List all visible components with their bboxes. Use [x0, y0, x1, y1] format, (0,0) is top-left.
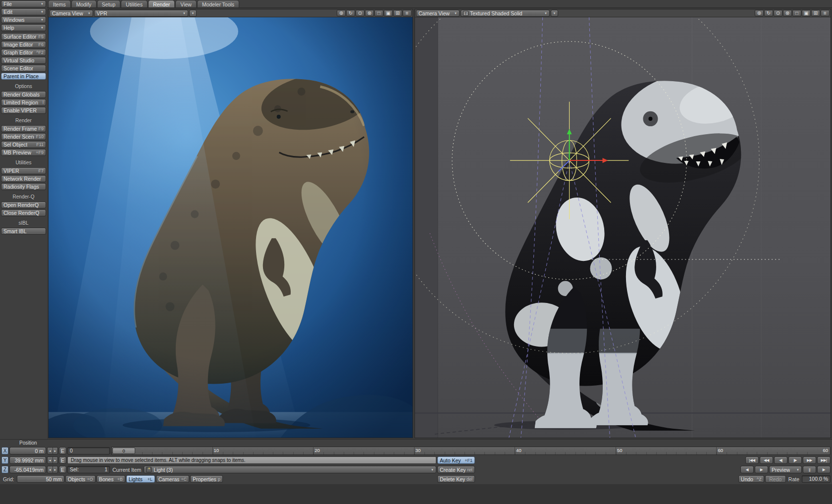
redo-button[interactable]: Redo	[765, 475, 786, 483]
y-envelope-button[interactable]: E	[59, 456, 66, 464]
sidebar-button[interactable]: Network Render	[1, 175, 46, 182]
view-type-dropdown[interactable]: Camera View ▼	[416, 10, 460, 17]
play-forward-button[interactable]: ▶	[755, 466, 768, 473]
render-mode-dropdown[interactable]: VPR ▼	[94, 10, 188, 17]
y-stepper[interactable]: ◂ ▸	[47, 456, 58, 464]
sidebar-button[interactable]: Surface Editor F5	[1, 33, 46, 40]
stepper-right-icon[interactable]: ▸	[53, 448, 58, 454]
rate-field: 100.0 %	[802, 475, 831, 483]
menu-button[interactable]: Edit ▼	[1, 8, 46, 15]
x-stepper[interactable]: ◂ ▸	[47, 447, 58, 454]
prev-key-button[interactable]: ◀◀	[760, 456, 773, 464]
viewport-menu-icon[interactable]: ≡	[403, 10, 412, 16]
pause-button[interactable]: ||	[803, 466, 816, 473]
vpr-render-scene[interactable]	[49, 17, 413, 438]
stepper-left-icon[interactable]: ◂	[48, 448, 53, 454]
sidebar-button[interactable]: Virtual Studio	[1, 57, 46, 64]
rotate-icon[interactable]: ↻	[764, 10, 773, 16]
item-type-button[interactable]: Cameras +C	[156, 475, 189, 483]
viewport-menu-icon[interactable]: ≡	[821, 10, 830, 16]
tab[interactable]: View	[175, 0, 197, 7]
z-axis-button[interactable]: Z	[1, 466, 8, 473]
x-value-field[interactable]: 0 m	[9, 447, 46, 454]
play-reverse-button[interactable]: ◀	[740, 466, 754, 473]
item-type-button[interactable]: Objects +O	[65, 475, 96, 483]
menu-button[interactable]: Windows ▼	[1, 16, 46, 23]
solo-view-icon[interactable]: ▣	[384, 10, 393, 16]
create-key-button[interactable]: Create Key ret	[437, 466, 475, 473]
viewport-options-button[interactable]: ▼	[551, 10, 558, 17]
region-icon[interactable]: □	[374, 10, 383, 16]
item-type-button[interactable]: Bones +B	[97, 475, 125, 483]
magnify-icon[interactable]: ⊗	[365, 10, 374, 16]
stepper-left-icon[interactable]: ◂	[48, 457, 53, 463]
view-type-dropdown[interactable]: Camera View ▼	[50, 10, 93, 17]
layout-icon[interactable]: ⊞	[811, 10, 820, 16]
step-forward-button[interactable]: |▶	[788, 456, 802, 464]
sidebar-button[interactable]: Enable VIPER	[1, 107, 46, 114]
item-type-button[interactable]: Properties p	[190, 475, 223, 483]
timeline-scrubber[interactable]: 0	[112, 448, 135, 454]
sidebar-button[interactable]: Render Globals	[1, 91, 46, 98]
render-mode-dropdown[interactable]: T Textured Shaded Solid ▼	[461, 10, 550, 17]
tab[interactable]: Setup	[97, 0, 120, 7]
sidebar-button[interactable]: Close RenderQ	[1, 209, 46, 216]
timeline-ruler[interactable]: 0 10 20 30 40 50 60 60 0	[111, 447, 831, 455]
sidebar-button[interactable]: Limited Region l	[1, 99, 46, 106]
layout-icon[interactable]: ⊞	[393, 10, 402, 16]
solo-view-icon[interactable]: ▣	[802, 10, 811, 16]
magnify-icon[interactable]: ⊗	[783, 10, 792, 16]
tab[interactable]: Render	[148, 0, 175, 7]
pan-icon[interactable]: ⊕	[337, 10, 346, 16]
menu-button[interactable]: Help ▼	[1, 24, 46, 31]
stepper-left-icon[interactable]: ◂	[48, 466, 53, 473]
rotate-icon[interactable]: ↻	[346, 10, 355, 16]
sidebar-button[interactable]: Render Scene F10	[1, 133, 46, 140]
stepper-right-icon[interactable]: ▸	[53, 457, 58, 463]
x-axis-button[interactable]: X	[1, 447, 8, 454]
x-envelope-button[interactable]: E	[59, 447, 66, 454]
shaded-viewport-scene[interactable]	[415, 17, 831, 438]
undo-button[interactable]: Undo ^Z	[738, 475, 764, 483]
sidebar-button[interactable]: Radiosity Flags	[1, 183, 46, 190]
z-value-field[interactable]: -65.0419mm	[9, 466, 46, 473]
y-value-field[interactable]: 39.9992 mm	[9, 456, 46, 464]
tab[interactable]: Modify	[71, 0, 97, 7]
tab[interactable]: Utilities	[121, 0, 148, 7]
step-back-button[interactable]: ◀|	[774, 456, 787, 464]
sidebar-button[interactable]: Smart IBL	[1, 228, 46, 235]
viewport-options-button[interactable]: ▼	[189, 10, 197, 17]
pan-icon[interactable]: ⊕	[755, 10, 764, 16]
zoom-icon[interactable]: ⊙	[356, 10, 364, 16]
preview-dropdown[interactable]: Preview ▼	[769, 466, 802, 473]
sidebar-button[interactable]: Open RenderQ	[1, 202, 46, 208]
sidebar-button[interactable]: VIPER F7	[1, 167, 46, 174]
current-frame-input[interactable]: 0	[67, 447, 110, 454]
tab[interactable]: Items	[48, 0, 71, 7]
item-type-button[interactable]: Lights +L	[126, 475, 155, 483]
auto-key-button[interactable]: Auto Key +F1	[437, 456, 475, 464]
menu-button[interactable]: File ▼	[1, 0, 46, 7]
sidebar-button[interactable]: Render Frame F9	[1, 125, 46, 132]
y-axis-button[interactable]: Y	[1, 456, 8, 464]
grid-size-field[interactable]: 50 mm	[17, 475, 64, 483]
next-key-button[interactable]: ▶▶	[803, 456, 816, 464]
tab[interactable]: Modeler Tools	[197, 0, 239, 7]
sidebar-button[interactable]: Image Editor F6	[1, 41, 46, 48]
go-start-button[interactable]: |◀◀	[745, 456, 759, 464]
current-item-dropdown[interactable]: * Light (3) ▼	[144, 466, 436, 473]
z-stepper[interactable]: ◂ ▸	[47, 466, 58, 473]
stepper-right-icon[interactable]: ▸	[53, 466, 58, 473]
sidebar-button[interactable]: Scene Editor	[1, 65, 46, 72]
sidebar-button[interactable]: MB Preview +F9	[1, 149, 46, 156]
chevron-down-icon: ▼	[39, 10, 44, 13]
z-envelope-button[interactable]: E	[59, 466, 66, 473]
sidebar-button[interactable]: Sel Object F11	[1, 141, 46, 148]
sidebar-button[interactable]: Graph Editor ^F2	[1, 49, 46, 56]
region-icon[interactable]: □	[792, 10, 801, 16]
go-end-button[interactable]: ▶▶|	[817, 456, 831, 464]
play-button[interactable]: ▶	[817, 466, 831, 473]
sidebar-button[interactable]: Parent in Place	[1, 73, 46, 80]
zoom-icon[interactable]: ⊙	[774, 10, 782, 16]
delete-key-button[interactable]: Delete Key del	[437, 475, 475, 483]
